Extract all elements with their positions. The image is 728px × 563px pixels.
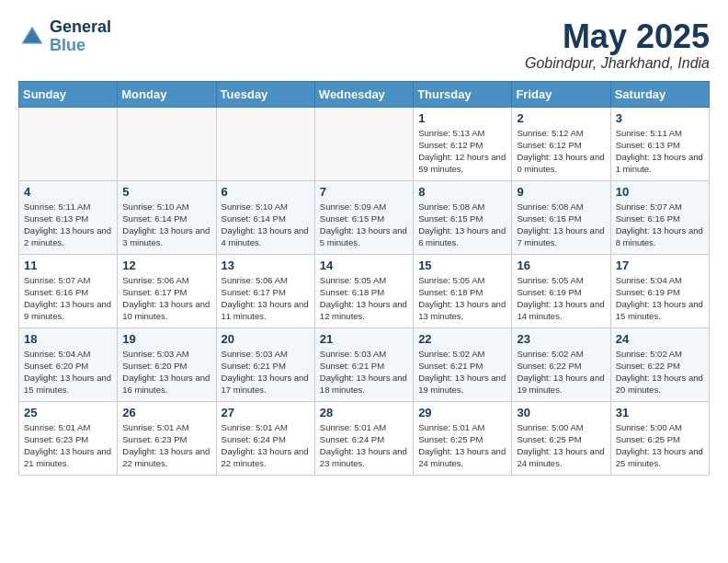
calendar-cell: 8Sunrise: 5:08 AM Sunset: 6:15 PM Daylig… — [414, 180, 512, 254]
month-title: May 2025 — [525, 18, 710, 55]
day-number: 29 — [418, 406, 506, 419]
day-info: Sunrise: 5:03 AM Sunset: 6:21 PM Dayligh… — [320, 348, 408, 396]
calendar-cell — [118, 107, 216, 180]
day-info: Sunrise: 5:04 AM Sunset: 6:19 PM Dayligh… — [616, 274, 704, 323]
day-number: 3 — [616, 111, 704, 125]
calendar-week-row: 4Sunrise: 5:11 AM Sunset: 6:13 PM Daylig… — [19, 180, 710, 254]
calendar-cell: 27Sunrise: 5:01 AM Sunset: 6:24 PM Dayli… — [216, 401, 314, 475]
day-number: 25 — [24, 406, 112, 419]
calendar-week-row: 25Sunrise: 5:01 AM Sunset: 6:23 PM Dayli… — [19, 401, 710, 475]
day-info: Sunrise: 5:00 AM Sunset: 6:25 PM Dayligh… — [517, 421, 605, 470]
calendar-cell: 22Sunrise: 5:02 AM Sunset: 6:21 PM Dayli… — [414, 327, 512, 401]
weekday-header: Sunday — [19, 81, 118, 107]
day-info: Sunrise: 5:02 AM Sunset: 6:22 PM Dayligh… — [616, 348, 704, 396]
day-info: Sunrise: 5:02 AM Sunset: 6:21 PM Dayligh… — [418, 348, 506, 396]
day-number: 22 — [418, 332, 506, 346]
calendar-cell: 18Sunrise: 5:04 AM Sunset: 6:20 PM Dayli… — [19, 327, 118, 401]
day-info: Sunrise: 5:01 AM Sunset: 6:23 PM Dayligh… — [122, 421, 210, 470]
calendar-cell: 5Sunrise: 5:10 AM Sunset: 6:14 PM Daylig… — [118, 180, 216, 254]
day-number: 7 — [320, 185, 408, 199]
calendar-cell: 1Sunrise: 5:13 AM Sunset: 6:12 PM Daylig… — [414, 107, 512, 180]
calendar-cell: 23Sunrise: 5:02 AM Sunset: 6:22 PM Dayli… — [512, 327, 610, 401]
logo-text: General Blue — [50, 18, 111, 55]
title-area: May 2025 Gobindpur, Jharkhand, India — [525, 18, 710, 72]
day-number: 17 — [616, 259, 704, 272]
day-info: Sunrise: 5:06 AM Sunset: 6:17 PM Dayligh… — [222, 274, 310, 323]
calendar-cell: 17Sunrise: 5:04 AM Sunset: 6:19 PM Dayli… — [610, 254, 709, 327]
calendar-cell: 30Sunrise: 5:00 AM Sunset: 6:25 PM Dayli… — [512, 401, 610, 475]
calendar-week-row: 18Sunrise: 5:04 AM Sunset: 6:20 PM Dayli… — [19, 327, 710, 401]
day-info: Sunrise: 5:01 AM Sunset: 6:24 PM Dayligh… — [222, 421, 310, 470]
day-info: Sunrise: 5:09 AM Sunset: 6:15 PM Dayligh… — [320, 201, 408, 249]
calendar-cell — [314, 107, 413, 180]
calendar-cell: 20Sunrise: 5:03 AM Sunset: 6:21 PM Dayli… — [216, 327, 314, 401]
day-number: 12 — [122, 259, 210, 272]
day-info: Sunrise: 5:11 AM Sunset: 6:13 PM Dayligh… — [616, 127, 704, 176]
day-info: Sunrise: 5:00 AM Sunset: 6:25 PM Dayligh… — [616, 421, 704, 470]
weekday-row: SundayMondayTuesdayWednesdayThursdayFrid… — [19, 81, 710, 107]
day-info: Sunrise: 5:05 AM Sunset: 6:18 PM Dayligh… — [418, 274, 506, 323]
day-info: Sunrise: 5:01 AM Sunset: 6:25 PM Dayligh… — [418, 421, 506, 470]
day-info: Sunrise: 5:10 AM Sunset: 6:14 PM Dayligh… — [222, 201, 310, 249]
day-number: 27 — [222, 406, 310, 419]
calendar-week-row: 11Sunrise: 5:07 AM Sunset: 6:16 PM Dayli… — [19, 254, 710, 327]
page-header: General Blue May 2025 Gobindpur, Jharkha… — [18, 18, 710, 72]
calendar-cell: 14Sunrise: 5:05 AM Sunset: 6:18 PM Dayli… — [314, 254, 413, 327]
logo: General Blue — [18, 18, 111, 55]
calendar-body: 1Sunrise: 5:13 AM Sunset: 6:12 PM Daylig… — [19, 107, 710, 475]
day-number: 10 — [616, 185, 704, 199]
day-info: Sunrise: 5:03 AM Sunset: 6:21 PM Dayligh… — [222, 348, 310, 396]
day-info: Sunrise: 5:02 AM Sunset: 6:22 PM Dayligh… — [517, 348, 605, 396]
day-number: 14 — [320, 259, 408, 272]
day-number: 1 — [418, 111, 506, 125]
day-info: Sunrise: 5:03 AM Sunset: 6:20 PM Dayligh… — [122, 348, 210, 396]
day-number: 13 — [222, 259, 310, 272]
day-number: 24 — [616, 332, 704, 346]
day-info: Sunrise: 5:12 AM Sunset: 6:12 PM Dayligh… — [517, 127, 605, 176]
weekday-header: Saturday — [610, 81, 709, 107]
calendar-cell: 6Sunrise: 5:10 AM Sunset: 6:14 PM Daylig… — [216, 180, 314, 254]
calendar-cell: 29Sunrise: 5:01 AM Sunset: 6:25 PM Dayli… — [414, 401, 512, 475]
day-info: Sunrise: 5:08 AM Sunset: 6:15 PM Dayligh… — [418, 201, 506, 249]
day-number: 4 — [24, 185, 112, 199]
calendar-header: SundayMondayTuesdayWednesdayThursdayFrid… — [19, 81, 710, 107]
day-number: 18 — [24, 332, 112, 346]
day-number: 26 — [122, 406, 210, 419]
day-number: 9 — [517, 185, 605, 199]
calendar-table: SundayMondayTuesdayWednesdayThursdayFrid… — [18, 81, 710, 476]
calendar-cell: 11Sunrise: 5:07 AM Sunset: 6:16 PM Dayli… — [19, 254, 118, 327]
calendar-week-row: 1Sunrise: 5:13 AM Sunset: 6:12 PM Daylig… — [19, 107, 710, 180]
day-info: Sunrise: 5:13 AM Sunset: 6:12 PM Dayligh… — [418, 127, 506, 176]
logo-icon — [18, 23, 46, 51]
weekday-header: Tuesday — [216, 81, 314, 107]
day-number: 31 — [616, 406, 704, 419]
calendar-cell — [19, 107, 118, 180]
day-number: 15 — [418, 259, 506, 272]
calendar-cell: 28Sunrise: 5:01 AM Sunset: 6:24 PM Dayli… — [314, 401, 413, 475]
weekday-header: Thursday — [414, 81, 512, 107]
day-number: 19 — [122, 332, 210, 346]
day-number: 20 — [222, 332, 310, 346]
calendar-cell — [216, 107, 314, 180]
calendar-cell: 15Sunrise: 5:05 AM Sunset: 6:18 PM Dayli… — [414, 254, 512, 327]
calendar-cell: 13Sunrise: 5:06 AM Sunset: 6:17 PM Dayli… — [216, 254, 314, 327]
day-number: 21 — [320, 332, 408, 346]
day-info: Sunrise: 5:05 AM Sunset: 6:19 PM Dayligh… — [517, 274, 605, 323]
calendar-cell: 19Sunrise: 5:03 AM Sunset: 6:20 PM Dayli… — [118, 327, 216, 401]
day-info: Sunrise: 5:08 AM Sunset: 6:15 PM Dayligh… — [517, 201, 605, 249]
day-number: 30 — [517, 406, 605, 419]
day-number: 6 — [222, 185, 310, 199]
calendar-cell: 7Sunrise: 5:09 AM Sunset: 6:15 PM Daylig… — [314, 180, 413, 254]
weekday-header: Monday — [118, 81, 216, 107]
day-number: 5 — [122, 185, 210, 199]
day-number: 28 — [320, 406, 408, 419]
calendar-cell: 4Sunrise: 5:11 AM Sunset: 6:13 PM Daylig… — [19, 180, 118, 254]
calendar-cell: 9Sunrise: 5:08 AM Sunset: 6:15 PM Daylig… — [512, 180, 610, 254]
calendar-cell: 31Sunrise: 5:00 AM Sunset: 6:25 PM Dayli… — [610, 401, 709, 475]
calendar-cell: 26Sunrise: 5:01 AM Sunset: 6:23 PM Dayli… — [118, 401, 216, 475]
day-number: 16 — [517, 259, 605, 272]
weekday-header: Wednesday — [314, 81, 413, 107]
calendar-cell: 10Sunrise: 5:07 AM Sunset: 6:16 PM Dayli… — [610, 180, 709, 254]
day-info: Sunrise: 5:01 AM Sunset: 6:23 PM Dayligh… — [24, 421, 112, 470]
calendar-cell: 21Sunrise: 5:03 AM Sunset: 6:21 PM Dayli… — [314, 327, 413, 401]
